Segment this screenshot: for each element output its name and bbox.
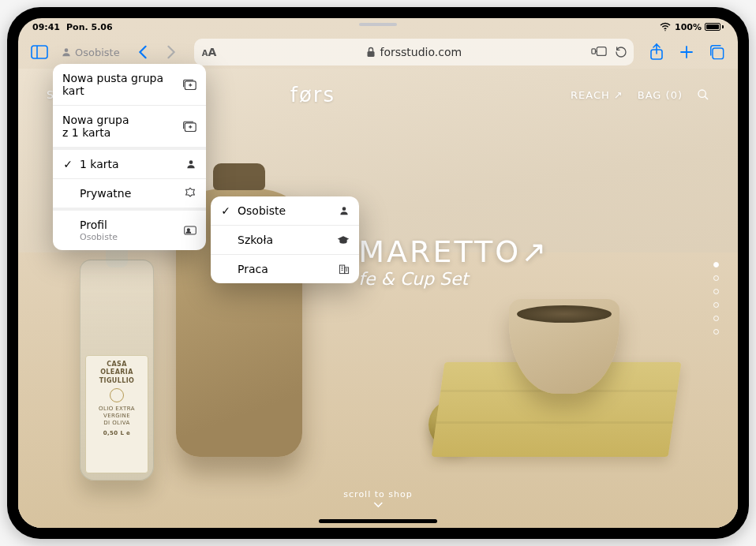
person-icon <box>339 205 350 216</box>
profile-option-personal[interactable]: ✓Osobiste <box>211 196 359 226</box>
menu-one-tab[interactable]: ✓1 karta <box>53 150 206 179</box>
svg-rect-8 <box>713 48 724 59</box>
ipad-device: 09:41 Pon. 5.06 100% Osobiste <box>7 7 749 539</box>
svg-rect-4 <box>367 51 374 57</box>
checkmark-icon: ✓ <box>62 158 73 170</box>
profile-indicator-label: Osobiste <box>75 47 120 58</box>
page-dot[interactable] <box>713 302 719 308</box>
svg-rect-16 <box>339 265 344 274</box>
page-dot[interactable] <box>713 329 719 335</box>
svg-point-12 <box>189 160 193 164</box>
svg-point-9 <box>698 90 705 97</box>
screen: 09:41 Pon. 5.06 100% Osobiste <box>18 18 738 528</box>
private-icon <box>184 187 196 200</box>
profile-submenu: ✓Osobiste Szkoła Praca <box>211 196 359 283</box>
menu-new-group-with-tab[interactable]: Nowa grupa z 1 karta <box>53 106 206 150</box>
svg-point-15 <box>342 207 346 211</box>
menu-new-empty-group[interactable]: Nowa pusta grupa kart <box>53 64 206 106</box>
forward-button <box>158 39 185 65</box>
search-icon[interactable] <box>697 88 709 101</box>
page-dot[interactable] <box>713 262 719 267</box>
svg-point-14 <box>187 229 189 231</box>
building-icon <box>339 264 350 275</box>
status-date: Pon. 5.06 <box>66 22 113 32</box>
wifi-icon <box>659 21 672 33</box>
svg-point-0 <box>664 30 665 31</box>
status-bar: 09:41 Pon. 5.06 100% <box>18 18 738 36</box>
reload-button[interactable] <box>615 46 627 58</box>
scroll-prompt[interactable]: scroll to shop <box>343 489 412 509</box>
battery-percent: 100% <box>675 22 702 32</box>
site-reach-link[interactable]: REACH ↗ <box>571 89 623 101</box>
profile-badge-icon <box>184 225 196 236</box>
lock-icon <box>366 47 376 58</box>
profile-option-school[interactable]: Szkoła <box>211 226 359 255</box>
page-dots[interactable] <box>713 262 719 335</box>
menu-profile[interactable]: Profil Osobiste <box>53 211 206 250</box>
svg-point-3 <box>65 48 69 52</box>
site-bag-link[interactable]: BAG (0) <box>638 89 683 101</box>
menu-private[interactable]: Prywatne <box>53 179 206 211</box>
tab-group-menu: Nowa pusta grupa kart Nowa grupa z 1 kar… <box>53 64 206 250</box>
status-time: 09:41 <box>32 22 60 32</box>
sidebar-button[interactable] <box>26 39 53 65</box>
home-indicator[interactable] <box>319 519 437 523</box>
battery-icon <box>705 23 724 31</box>
new-tab-button[interactable] <box>673 39 700 65</box>
svg-rect-5 <box>597 47 606 56</box>
graduation-cap-icon <box>337 234 350 245</box>
page-dot[interactable] <box>713 316 719 321</box>
page-dot[interactable] <box>713 289 719 294</box>
tabgroup-new-icon <box>182 78 196 91</box>
profile-indicator[interactable]: Osobiste <box>56 43 125 62</box>
site-logo[interactable]: førs <box>290 83 335 107</box>
reader-format-button[interactable]: AA <box>202 46 217 58</box>
checkmark-icon: ✓ <box>220 204 231 217</box>
svg-rect-6 <box>592 49 596 54</box>
hero-title[interactable]: MARETTO↗ fe & Cup Set <box>358 234 548 289</box>
svg-rect-1 <box>32 46 47 58</box>
person-icon <box>185 159 196 170</box>
page-dot[interactable] <box>713 275 719 281</box>
extensions-icon[interactable] <box>591 46 607 58</box>
tabs-button[interactable] <box>703 39 730 65</box>
share-button[interactable] <box>643 39 670 65</box>
back-button[interactable] <box>129 39 156 65</box>
tabgroup-new-icon <box>182 120 196 133</box>
profile-option-work[interactable]: Praca <box>211 255 359 283</box>
bottle-label: CASA OLEARIA TIGULLIO OLIO EXTRA VERGINE… <box>85 355 148 473</box>
address-bar[interactable]: AA forsstudio.com <box>194 39 634 65</box>
address-domain: forsstudio.com <box>380 46 462 58</box>
